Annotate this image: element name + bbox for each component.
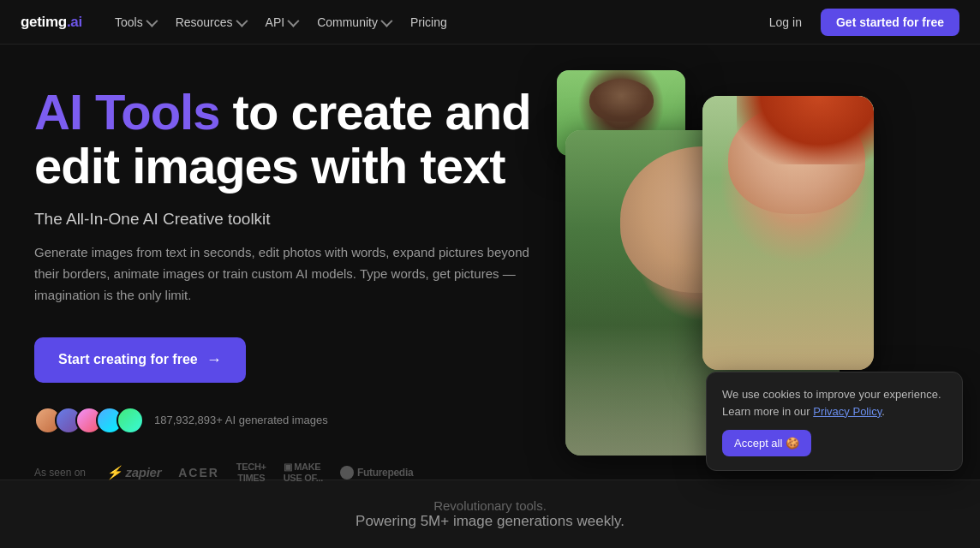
image-collage: [565, 62, 980, 548]
nav-tools[interactable]: Tools: [106, 10, 164, 34]
acer-logo: ACER: [178, 466, 219, 480]
avatar-group: [34, 407, 144, 434]
hero-description: Generate images from text in seconds, ed…: [34, 242, 548, 306]
techtimes-logo: TECH+TIMES: [236, 462, 266, 484]
image-card-right: [702, 96, 874, 370]
navbar: getimg.ai Tools Resources API Community …: [0, 0, 980, 45]
logo[interactable]: getimg.ai: [21, 14, 82, 31]
social-proof: 187,932,893+ AI generated images: [34, 407, 548, 434]
privacy-policy-link[interactable]: Privacy Policy: [813, 405, 881, 418]
get-started-button[interactable]: Get started for free: [821, 9, 959, 36]
arrow-icon: →: [206, 351, 222, 369]
accept-cookies-button[interactable]: Accept all 🍪: [722, 430, 811, 456]
avatar: [117, 407, 144, 434]
hero-subtitle: The All-In-One AI Creative toolkit: [34, 210, 548, 229]
nav-community[interactable]: Community: [308, 10, 398, 34]
chevron-down-icon: [380, 15, 392, 27]
zapier-logo: ⚡ zapier: [106, 465, 161, 480]
cookie-banner: We use cookies to improve your experienc…: [706, 372, 963, 471]
makeuseof-logo: ▣ MAKEUSE OF...: [284, 462, 323, 483]
nav-resources[interactable]: Resources: [167, 10, 254, 34]
nav-api[interactable]: API: [257, 10, 306, 34]
chevron-down-icon: [146, 15, 158, 27]
futurepedia-logo: Futurepedia: [340, 466, 413, 480]
login-button[interactable]: Log in: [761, 10, 810, 34]
brand-logos: ⚡ zapier ACER TECH+TIMES ▣ MAKEUSE OF...…: [106, 462, 413, 484]
nav-right: Log in Get started for free: [761, 9, 959, 36]
chevron-down-icon: [236, 15, 248, 27]
nav-pricing[interactable]: Pricing: [402, 10, 456, 34]
hero-section: AI Tools to create and edit images with …: [0, 45, 980, 548]
hero-title: AI Tools to create and edit images with …: [34, 86, 548, 193]
cookie-text: We use cookies to improve your experienc…: [722, 386, 947, 420]
nav-links: Tools Resources API Community Pricing: [106, 10, 761, 34]
chevron-down-icon: [287, 15, 299, 27]
hero-cta-button[interactable]: Start creating for free →: [34, 337, 246, 383]
as-seen-label: As seen on: [34, 467, 86, 479]
as-seen-on: As seen on ⚡ zapier ACER TECH+TIMES ▣ MA…: [34, 462, 548, 484]
hero-title-highlight: AI Tools: [34, 84, 219, 140]
social-proof-text: 187,932,893+ AI generated images: [154, 414, 328, 426]
hero-content: AI Tools to create and edit images with …: [0, 45, 583, 548]
hero-images: [583, 45, 980, 548]
